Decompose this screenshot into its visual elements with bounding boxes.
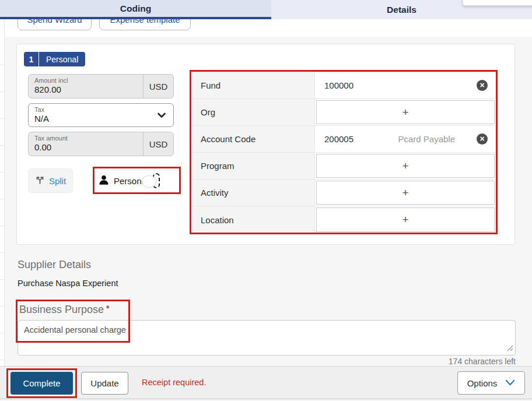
- receipt-required-notice: Receipt required.: [142, 378, 206, 387]
- background-list-edge: [0, 19, 5, 366]
- business-purpose-input[interactable]: Accidental personal charge: [18, 320, 516, 356]
- alloc-value-location: +: [315, 206, 496, 233]
- alloc-row-activity: Activity +: [192, 180, 496, 206]
- account-code-description: Pcard Payable: [398, 134, 455, 144]
- tax-value: N/A: [34, 114, 144, 124]
- split-label: Split: [49, 176, 66, 186]
- fund-value: 100000: [324, 80, 354, 90]
- alloc-value-activity: +: [315, 180, 496, 206]
- business-purpose-heading: Business Purpose*: [19, 304, 110, 316]
- options-button[interactable]: Options: [457, 371, 525, 395]
- floating-panel-fragment: [463, 0, 532, 6]
- add-location-button[interactable]: +: [316, 207, 495, 232]
- amount-incl-value: 820.00: [34, 85, 137, 95]
- tax-amount-field: Tax amount 0.00 USD: [28, 132, 174, 156]
- amount-incl-label: Amount incl: [34, 77, 137, 85]
- line-type-badge: Personal: [39, 52, 85, 66]
- alloc-label-account-code: Account Code: [192, 126, 315, 152]
- add-activity-button[interactable]: +: [316, 181, 495, 205]
- alloc-label-location: Location: [192, 206, 315, 233]
- options-label: Options: [467, 378, 498, 388]
- tax-amount-currency: USD: [143, 132, 173, 156]
- alloc-value-org: +: [315, 99, 496, 125]
- expense-coding-screen: Spend Wizard Expense template Coding Det…: [0, 0, 532, 401]
- alloc-row-fund: Fund 100000 ×: [192, 72, 496, 99]
- tax-amount-label: Tax amount: [34, 135, 137, 142]
- add-org-button[interactable]: +: [316, 100, 495, 124]
- line-number-badge: 1: [24, 52, 39, 66]
- tax-label: Tax: [34, 106, 144, 114]
- tax-amount-value: 0.00: [34, 142, 137, 153]
- resize-handle-icon[interactable]: [507, 344, 513, 353]
- supplier-details-heading: Supplier Details: [18, 259, 91, 271]
- tax-select[interactable]: Tax N/A: [28, 103, 174, 127]
- alloc-row-org: Org +: [192, 99, 496, 126]
- amount-currency: USD: [143, 75, 173, 98]
- chevron-down-icon: [150, 104, 173, 126]
- alloc-row-account-code: Account Code 200005 Pcard Payable ×: [192, 126, 496, 153]
- tax-main: Tax N/A: [29, 104, 150, 126]
- tab-coding[interactable]: Coding: [0, 0, 271, 19]
- clear-fund-icon[interactable]: ×: [477, 80, 488, 91]
- alloc-label-program: Program: [192, 153, 315, 179]
- person-icon: [99, 174, 109, 188]
- clear-account-code-icon[interactable]: ×: [477, 133, 488, 145]
- action-footer: Complete Update Receipt required. Option…: [0, 366, 532, 399]
- check-icon: [160, 177, 168, 188]
- account-code-value: 200005: [324, 134, 354, 144]
- tab-bar: Coding Details: [0, 0, 532, 19]
- tab-details-label: Details: [387, 5, 416, 15]
- alloc-label-org: Org: [192, 99, 315, 125]
- toggle-track: [155, 174, 158, 187]
- alloc-row-location: Location +: [192, 206, 496, 233]
- business-purpose-value: Accidental personal charge: [24, 325, 126, 335]
- amount-incl-main: Amount incl 820.00: [29, 75, 143, 98]
- amount-incl-field: Amount incl 820.00 USD: [28, 74, 174, 99]
- split-icon: [35, 175, 45, 187]
- supplier-name: Purchase Naspa Experient: [18, 279, 118, 288]
- chevron-down-icon: [505, 378, 515, 388]
- alloc-value-program: +: [315, 153, 496, 179]
- business-purpose-heading-text: Business Purpose: [19, 304, 104, 315]
- personal-toggle-group: Personal: [99, 170, 160, 192]
- split-button[interactable]: Split: [28, 168, 73, 193]
- line-badge: 1 Personal: [24, 52, 85, 66]
- toggle-knob: [142, 175, 156, 188]
- tab-coding-label: Coding: [120, 3, 151, 14]
- required-asterisk: *: [106, 304, 109, 313]
- add-program-button[interactable]: +: [316, 154, 495, 178]
- alloc-row-program: Program +: [192, 153, 496, 180]
- coding-line-card: 1 Personal Amount incl 820.00 USD Tax N/…: [16, 44, 515, 245]
- alloc-value-account-code[interactable]: 200005 Pcard Payable ×: [315, 126, 496, 152]
- allocation-table: Fund 100000 × Org + Account Code 200005 …: [192, 72, 496, 234]
- alloc-label-activity: Activity: [192, 180, 315, 206]
- complete-button[interactable]: Complete: [10, 372, 73, 395]
- update-button[interactable]: Update: [81, 372, 128, 395]
- alloc-value-fund[interactable]: 100000 ×: [315, 72, 496, 99]
- personal-toggle-switch[interactable]: [153, 173, 160, 188]
- alloc-label-fund: Fund: [192, 72, 315, 99]
- characters-left-counter: 174 characters left: [449, 357, 516, 366]
- tax-amount-main: Tax amount 0.00: [29, 132, 143, 156]
